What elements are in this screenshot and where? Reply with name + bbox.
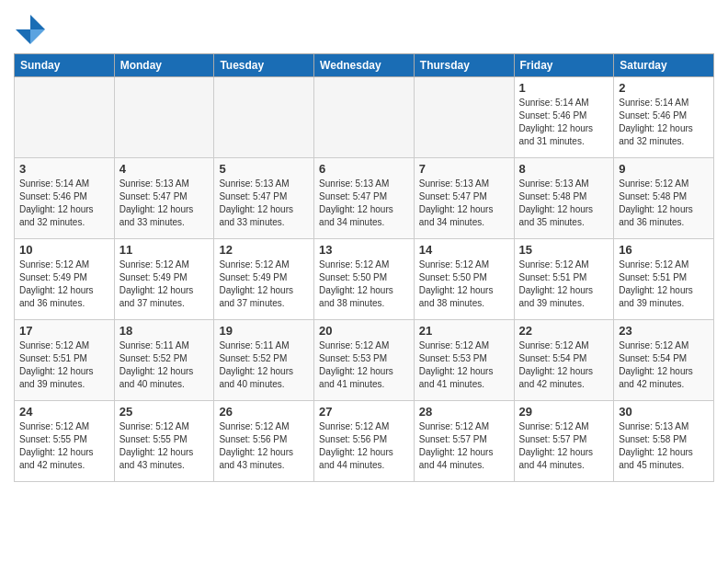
- calendar-cell: 6Sunrise: 5:13 AM Sunset: 5:47 PM Daylig…: [314, 158, 415, 239]
- day-info: Sunrise: 5:12 AM Sunset: 5:51 PM Dayligh…: [619, 259, 709, 310]
- svg-marker-2: [16, 29, 30, 44]
- calendar-cell: 17Sunrise: 5:12 AM Sunset: 5:51 PM Dayli…: [15, 320, 115, 401]
- day-number: 13: [319, 243, 409, 257]
- calendar-cell: 30Sunrise: 5:13 AM Sunset: 5:58 PM Dayli…: [614, 401, 714, 482]
- day-info: Sunrise: 5:12 AM Sunset: 5:49 PM Dayligh…: [119, 259, 210, 310]
- weekday-header-row: SundayMondayTuesdayWednesdayThursdayFrid…: [15, 54, 714, 77]
- day-info: Sunrise: 5:12 AM Sunset: 5:53 PM Dayligh…: [419, 339, 509, 391]
- day-info: Sunrise: 5:12 AM Sunset: 5:57 PM Dayligh…: [419, 420, 509, 472]
- day-number: 28: [419, 405, 509, 419]
- calendar-body: 1Sunrise: 5:14 AM Sunset: 5:46 PM Daylig…: [15, 77, 714, 482]
- day-info: Sunrise: 5:11 AM Sunset: 5:52 PM Dayligh…: [119, 339, 210, 391]
- calendar-cell: 11Sunrise: 5:12 AM Sunset: 5:49 PM Dayli…: [114, 239, 214, 320]
- calendar-cell: 10Sunrise: 5:12 AM Sunset: 5:49 PM Dayli…: [15, 239, 115, 320]
- day-number: 9: [619, 162, 709, 176]
- calendar-cell: 4Sunrise: 5:13 AM Sunset: 5:47 PM Daylig…: [114, 158, 214, 239]
- day-info: Sunrise: 5:12 AM Sunset: 5:49 PM Dayligh…: [19, 259, 109, 310]
- calendar-cell: 7Sunrise: 5:13 AM Sunset: 5:47 PM Daylig…: [414, 158, 514, 239]
- weekday-header-thursday: Thursday: [414, 54, 514, 77]
- calendar-cell: 1Sunrise: 5:14 AM Sunset: 5:46 PM Daylig…: [514, 77, 614, 158]
- day-number: 20: [319, 324, 409, 338]
- day-info: Sunrise: 5:12 AM Sunset: 5:57 PM Dayligh…: [519, 420, 609, 472]
- day-number: 16: [619, 243, 709, 257]
- calendar-cell: 23Sunrise: 5:12 AM Sunset: 5:54 PM Dayli…: [614, 320, 714, 401]
- calendar-cell: 14Sunrise: 5:12 AM Sunset: 5:50 PM Dayli…: [414, 239, 514, 320]
- day-info: Sunrise: 5:12 AM Sunset: 5:55 PM Dayligh…: [19, 420, 109, 472]
- calendar-cell: 3Sunrise: 5:14 AM Sunset: 5:46 PM Daylig…: [15, 158, 115, 239]
- day-number: 2: [619, 81, 709, 95]
- day-info: Sunrise: 5:12 AM Sunset: 5:50 PM Dayligh…: [419, 259, 509, 310]
- day-number: 14: [419, 243, 509, 257]
- day-info: Sunrise: 5:12 AM Sunset: 5:54 PM Dayligh…: [519, 339, 609, 391]
- day-number: 18: [119, 324, 210, 338]
- day-info: Sunrise: 5:13 AM Sunset: 5:47 PM Dayligh…: [219, 178, 309, 229]
- calendar-cell: [15, 77, 115, 158]
- header: [14, 9, 714, 46]
- day-number: 5: [219, 162, 309, 176]
- day-info: Sunrise: 5:12 AM Sunset: 5:56 PM Dayligh…: [219, 420, 309, 472]
- week-row-3: 10Sunrise: 5:12 AM Sunset: 5:49 PM Dayli…: [15, 239, 714, 320]
- day-number: 19: [219, 324, 309, 338]
- weekday-header-monday: Monday: [114, 54, 214, 77]
- day-info: Sunrise: 5:13 AM Sunset: 5:47 PM Dayligh…: [119, 178, 210, 229]
- calendar-cell: 16Sunrise: 5:12 AM Sunset: 5:51 PM Dayli…: [614, 239, 714, 320]
- day-info: Sunrise: 5:13 AM Sunset: 5:47 PM Dayligh…: [419, 178, 509, 229]
- day-info: Sunrise: 5:12 AM Sunset: 5:55 PM Dayligh…: [119, 420, 210, 472]
- day-info: Sunrise: 5:14 AM Sunset: 5:46 PM Dayligh…: [619, 97, 709, 148]
- day-number: 21: [419, 324, 509, 338]
- day-info: Sunrise: 5:12 AM Sunset: 5:51 PM Dayligh…: [19, 339, 109, 391]
- page: SundayMondayTuesdayWednesdayThursdayFrid…: [0, 0, 728, 496]
- day-number: 4: [119, 162, 210, 176]
- day-number: 12: [219, 243, 309, 257]
- day-number: 23: [619, 324, 709, 338]
- weekday-header-tuesday: Tuesday: [214, 54, 314, 77]
- day-number: 24: [19, 405, 109, 419]
- day-number: 11: [119, 243, 210, 257]
- day-info: Sunrise: 5:13 AM Sunset: 5:47 PM Dayligh…: [319, 178, 409, 229]
- calendar-cell: 13Sunrise: 5:12 AM Sunset: 5:50 PM Dayli…: [314, 239, 415, 320]
- week-row-5: 24Sunrise: 5:12 AM Sunset: 5:55 PM Dayli…: [15, 401, 714, 482]
- calendar-cell: 18Sunrise: 5:11 AM Sunset: 5:52 PM Dayli…: [114, 320, 214, 401]
- day-info: Sunrise: 5:12 AM Sunset: 5:56 PM Dayligh…: [319, 420, 409, 472]
- calendar-cell: [414, 77, 514, 158]
- logo: [14, 13, 51, 46]
- day-number: 1: [519, 81, 609, 95]
- weekday-header-friday: Friday: [514, 54, 614, 77]
- day-number: 27: [319, 405, 409, 419]
- calendar-cell: [314, 77, 415, 158]
- day-number: 29: [519, 405, 609, 419]
- week-row-2: 3Sunrise: 5:14 AM Sunset: 5:46 PM Daylig…: [15, 158, 714, 239]
- calendar-cell: [214, 77, 314, 158]
- day-info: Sunrise: 5:12 AM Sunset: 5:49 PM Dayligh…: [219, 259, 309, 310]
- logo-icon: [14, 13, 47, 46]
- calendar-cell: 2Sunrise: 5:14 AM Sunset: 5:46 PM Daylig…: [614, 77, 714, 158]
- calendar-cell: 22Sunrise: 5:12 AM Sunset: 5:54 PM Dayli…: [514, 320, 614, 401]
- day-number: 7: [419, 162, 509, 176]
- day-number: 15: [519, 243, 609, 257]
- calendar-cell: 24Sunrise: 5:12 AM Sunset: 5:55 PM Dayli…: [15, 401, 115, 482]
- week-row-1: 1Sunrise: 5:14 AM Sunset: 5:46 PM Daylig…: [15, 77, 714, 158]
- calendar-cell: [114, 77, 214, 158]
- day-number: 30: [619, 405, 709, 419]
- day-number: 17: [19, 324, 109, 338]
- day-info: Sunrise: 5:12 AM Sunset: 5:50 PM Dayligh…: [319, 259, 409, 310]
- day-info: Sunrise: 5:14 AM Sunset: 5:46 PM Dayligh…: [519, 97, 609, 148]
- day-info: Sunrise: 5:13 AM Sunset: 5:48 PM Dayligh…: [519, 178, 609, 229]
- weekday-header-sunday: Sunday: [15, 54, 115, 77]
- svg-marker-0: [30, 15, 45, 29]
- calendar-cell: 19Sunrise: 5:11 AM Sunset: 5:52 PM Dayli…: [214, 320, 314, 401]
- day-number: 3: [19, 162, 109, 176]
- calendar-cell: 29Sunrise: 5:12 AM Sunset: 5:57 PM Dayli…: [514, 401, 614, 482]
- calendar: SundayMondayTuesdayWednesdayThursdayFrid…: [14, 53, 714, 482]
- day-number: 26: [219, 405, 309, 419]
- calendar-cell: 9Sunrise: 5:12 AM Sunset: 5:48 PM Daylig…: [614, 158, 714, 239]
- day-number: 8: [519, 162, 609, 176]
- day-number: 25: [119, 405, 210, 419]
- calendar-cell: 25Sunrise: 5:12 AM Sunset: 5:55 PM Dayli…: [114, 401, 214, 482]
- calendar-cell: 20Sunrise: 5:12 AM Sunset: 5:53 PM Dayli…: [314, 320, 415, 401]
- day-info: Sunrise: 5:12 AM Sunset: 5:48 PM Dayligh…: [619, 178, 709, 229]
- calendar-cell: 5Sunrise: 5:13 AM Sunset: 5:47 PM Daylig…: [214, 158, 314, 239]
- weekday-header-wednesday: Wednesday: [314, 54, 415, 77]
- calendar-cell: 21Sunrise: 5:12 AM Sunset: 5:53 PM Dayli…: [414, 320, 514, 401]
- day-info: Sunrise: 5:14 AM Sunset: 5:46 PM Dayligh…: [19, 178, 109, 229]
